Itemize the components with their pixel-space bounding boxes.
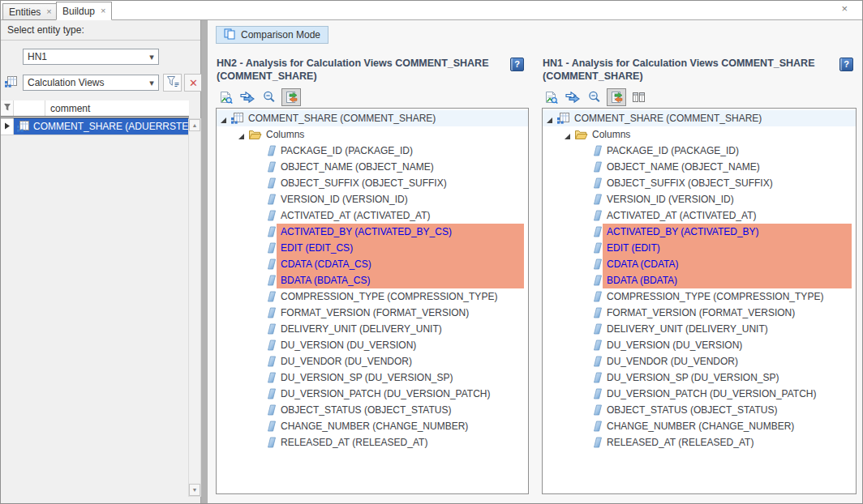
zoom-icon[interactable]	[260, 88, 279, 106]
tree-item[interactable]: DELIVERY_UNIT (DELIVERY_UNIT)	[543, 321, 856, 337]
tree-item[interactable]: ACTIVATED_BY (ACTIVATED_BY_CS)	[217, 224, 528, 240]
tree-item[interactable]: VERSION_ID (VERSION_ID)	[543, 191, 856, 207]
tree-item[interactable]: COMMENT_SHARE (COMMENT_SHARE)	[217, 110, 528, 126]
tree-item[interactable]: OBJECT_NAME (OBJECT_NAME)	[217, 159, 528, 175]
column-icon	[267, 404, 277, 416]
sidebar-splitter[interactable]	[201, 19, 208, 503]
tree-item[interactable]: DU_VERSION_SP (DU_VERSION_SP)	[217, 369, 528, 386]
column-icon	[593, 226, 603, 237]
tree-item[interactable]: PACKAGE_ID (PACKAGE_ID)	[543, 143, 856, 159]
tree-item[interactable]: OBJECT_SUFFIX (OBJECT_SUFFIX)	[543, 175, 856, 191]
tree-item[interactable]: COMMENT_SHARE (COMMENT_SHARE)	[543, 110, 856, 126]
tree-item[interactable]: Columns	[217, 126, 528, 143]
column-icon	[593, 340, 603, 351]
tree-item[interactable]: DU_VERSION_PATCH (DU_VERSION_PATCH)	[217, 386, 528, 402]
tree-item[interactable]: FORMAT_VERSION (FORMAT_VERSION)	[543, 305, 856, 321]
column-icon	[593, 161, 603, 173]
tree-item[interactable]: DELIVERY_UNIT (DELIVERY_UNIT)	[217, 321, 528, 337]
tree-item[interactable]: OBJECT_NAME (OBJECT_NAME)	[543, 159, 856, 175]
view-close-icon[interactable]: ×	[841, 3, 848, 14]
expanded-triangle-icon[interactable]	[564, 131, 571, 139]
help-icon[interactable]: ?	[510, 58, 524, 71]
system-dropdown[interactable]: HN1 ▾	[23, 49, 159, 65]
tree-item-label: BDATA (BDATA)	[603, 272, 852, 288]
tree-item[interactable]: Columns	[543, 126, 856, 143]
tree-item[interactable]: DU_VERSION_SP (DU_VERSION_SP)	[543, 369, 856, 386]
entity-type-dropdown[interactable]: Calculation Views ▾	[23, 75, 159, 91]
tree-item[interactable]: COMPRESSION_TYPE (COMPRESSION_TYPE)	[543, 288, 856, 305]
tree-item-label: DU_VERSION_SP (DU_VERSION_SP)	[277, 369, 458, 386]
tree-item[interactable]: ACTIVATED_AT (ACTIVATED_AT)	[217, 207, 528, 224]
tree-item-label: DELIVERY_UNIT (DELIVERY_UNIT)	[603, 321, 773, 337]
tree-item[interactable]: EDIT (EDIT_CS)	[217, 240, 528, 256]
grid-icon-column-header[interactable]	[14, 100, 45, 116]
tree-item[interactable]: RELEASED_AT (RELEASED_AT)	[543, 434, 856, 451]
column-icon	[267, 242, 277, 254]
tree-item[interactable]: COMPRESSION_TYPE (COMPRESSION_TYPE)	[217, 288, 528, 305]
sync-differences-icon[interactable]	[607, 88, 626, 106]
tree-item[interactable]: RELEASED_AT (RELEASED_AT)	[217, 434, 528, 451]
compare-arrows-icon[interactable]	[563, 88, 582, 106]
entities-tab-close-icon[interactable]: ×	[46, 7, 51, 16]
tree-item[interactable]: PACKAGE_ID (PACKAGE_ID)	[217, 143, 528, 159]
calculation-view-icon	[4, 75, 19, 90]
tree-item[interactable]: CDATA (CDATA_CS)	[217, 256, 528, 272]
sync-differences-icon[interactable]	[281, 88, 301, 106]
tree-item[interactable]: CHANGE_NUMBER (CHANGE_NUMBER)	[217, 418, 528, 434]
tree-item[interactable]: OBJECT_SUFFIX (OBJECT_SUFFIX)	[217, 175, 528, 191]
clear-filter-button[interactable]: ✕	[184, 74, 203, 92]
right-panel-title: HN1 - Analysis for Calculation Views COM…	[543, 57, 835, 83]
tree-item[interactable]: ACTIVATED_BY (ACTIVATED_BY)	[543, 224, 856, 240]
tree-item[interactable]: DU_VERSION_PATCH (DU_VERSION_PATCH)	[543, 386, 856, 402]
tree-item-label: COMPRESSION_TYPE (COMPRESSION_TYPE)	[277, 288, 502, 305]
filter-button[interactable]	[163, 74, 182, 92]
tree-item-label: VERSION_ID (VERSION_ID)	[277, 191, 413, 207]
tree-item[interactable]: DU_VENDOR (DU_VENDOR)	[217, 353, 528, 369]
filter-funnel-icon	[166, 75, 179, 90]
tree-item[interactable]: DU_VENDOR (DU_VENDOR)	[543, 353, 856, 369]
tree-item-label: PACKAGE_ID (PACKAGE_ID)	[603, 143, 744, 159]
expanded-triangle-icon[interactable]	[546, 115, 553, 122]
tree-item[interactable]: CHANGE_NUMBER (CHANGE_NUMBER)	[543, 418, 856, 434]
tree-item[interactable]: DU_VERSION (DU_VERSION)	[217, 337, 528, 353]
scroll-up-icon[interactable]: ▲	[189, 119, 200, 131]
tree-item[interactable]: FORMAT_VERSION (FORMAT_VERSION)	[217, 305, 528, 321]
tree-item[interactable]: EDIT (EDIT)	[543, 240, 856, 256]
funnel-icon	[3, 103, 11, 114]
table-row[interactable]: COMMENT_SHARE (ADUERRSTEIN_T	[1, 118, 189, 135]
tree-item[interactable]: DU_VERSION (DU_VERSION)	[543, 337, 856, 353]
tree-item[interactable]: VERSION_ID (VERSION_ID)	[217, 191, 528, 207]
tree-item[interactable]: ACTIVATED_AT (ACTIVATED_AT)	[543, 207, 856, 224]
tree-item[interactable]: BDATA (BDATA_CS)	[217, 272, 528, 288]
tab-buildup[interactable]: Buildup ×	[56, 2, 112, 20]
tree-item[interactable]: OBJECT_STATUS (OBJECT_STATUS)	[543, 402, 856, 418]
sidebar-scrollbar[interactable]: ▲ ▼	[188, 118, 201, 497]
combo-arrow-icon[interactable]: ▾	[145, 52, 158, 62]
help-icon[interactable]: ?	[839, 58, 853, 71]
tree-item[interactable]: BDATA (BDATA)	[543, 272, 856, 288]
column-icon	[267, 291, 277, 302]
combo-arrow-icon[interactable]: ▾	[145, 78, 158, 88]
tab-entities-label: Entities	[9, 6, 41, 18]
export-icon[interactable]	[541, 88, 560, 106]
zoom-icon[interactable]	[585, 88, 604, 106]
grid-comment-column-header[interactable]: comment	[45, 100, 189, 116]
expanded-triangle-icon[interactable]	[220, 115, 227, 122]
buildup-tab-close-icon[interactable]: ×	[101, 6, 105, 15]
tab-entities[interactable]: Entities ×	[2, 3, 58, 20]
tree-item[interactable]: CDATA (CDATA)	[543, 256, 856, 272]
export-icon[interactable]	[216, 88, 235, 106]
tree-item-label: OBJECT_SUFFIX (OBJECT_SUFFIX)	[277, 175, 452, 191]
tree-item[interactable]: OBJECT_STATUS (OBJECT_STATUS)	[217, 402, 528, 418]
compare-arrows-icon[interactable]	[238, 88, 257, 106]
right-tree-panel: COMMENT_SHARE (COMMENT_SHARE)ColumnsPACK…	[542, 108, 857, 494]
tree-item-label: PACKAGE_ID (PACKAGE_ID)	[277, 143, 418, 159]
selected-entity-row[interactable]: COMMENT_SHARE (ADUERRSTEIN_T	[14, 118, 189, 135]
column-layout-icon[interactable]	[629, 88, 648, 106]
grid-filter-gutter[interactable]	[1, 100, 14, 116]
comparison-mode-button[interactable]: Comparison Mode	[216, 26, 328, 44]
scroll-down-icon[interactable]: ▼	[189, 484, 200, 496]
column-icon	[593, 323, 603, 335]
column-icon	[593, 145, 603, 156]
expanded-triangle-icon[interactable]	[238, 131, 245, 139]
